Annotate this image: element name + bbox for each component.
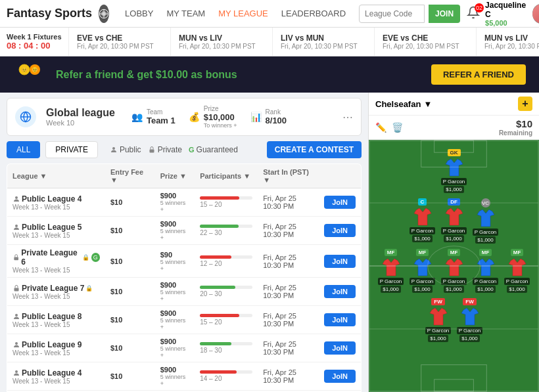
start-date-cell: Fri, Apr 2510:30 PM <box>258 188 319 217</box>
join-button[interactable]: JoIN <box>324 370 356 383</box>
entry-fee-cell: $10 <box>105 278 155 306</box>
team-label: Team <box>147 108 176 116</box>
player-fw-0[interactable]: FW P Garcon $1,000 <box>424 298 453 342</box>
nav-lobby[interactable]: LOBBY <box>125 9 153 18</box>
join-button[interactable]: JoIN <box>324 285 356 298</box>
delete-icon[interactable]: 🗑️ <box>392 122 403 133</box>
pos-label-mf-1: MF <box>416 249 429 256</box>
participants-cell: 18 – 30 <box>195 334 258 362</box>
header-join-button[interactable]: JOIN <box>429 5 460 23</box>
player-mf-3[interactable]: MF P Garcon $1,000 <box>471 249 500 293</box>
player-mf-2[interactable]: MF P Garcon $1,000 <box>440 249 469 293</box>
filter-private-label: Private <box>158 145 182 154</box>
player-name-df-2: P Garcon <box>473 229 499 236</box>
globe-icon[interactable] <box>99 5 109 23</box>
pos-label-df-c: C <box>418 198 427 206</box>
prize-cell: $9005 winners + <box>155 362 195 391</box>
pitch-field: GK P Garcon $1,000 C P Garcon $1,000 <box>369 140 539 392</box>
svg-point-10 <box>15 196 18 199</box>
nav-my-team[interactable]: MY TEAM <box>166 9 205 18</box>
left-panel: Global league Week 10 👥 Team Team 1 💰 Pr… <box>0 93 368 392</box>
player-price-mf-1: $1,000 <box>412 286 432 293</box>
league-name-cell: Private League 6🔒GWeek 13 - Week 15 <box>7 245 105 278</box>
fixture-2[interactable]: LIV vs MUN Fri, Apr 20, 10:30 PM PST <box>273 28 375 56</box>
join-button[interactable]: JoIN <box>324 255 356 268</box>
share-icon[interactable]: ⋯ <box>342 111 353 123</box>
start-date-cell: Fri, Apr 2510:30 PM <box>258 245 319 278</box>
player-fw-1[interactable]: FW P Garcon $1,000 <box>456 298 484 342</box>
join-button[interactable]: JoIN <box>324 313 356 326</box>
join-button[interactable]: JoIN <box>324 224 356 237</box>
participants-cell: 20 – 30 <box>195 278 258 306</box>
action-cell: JoIN <box>319 306 361 334</box>
player-name-mf-1: P Garcon <box>410 278 436 285</box>
league-title: Global league <box>46 107 115 119</box>
prize-label: Prize <box>204 105 237 112</box>
nav-leaderboard[interactable]: LEADERBOARD <box>281 9 346 18</box>
player-name-mf-0: P Garcon <box>378 278 404 285</box>
filter-public[interactable]: Public <box>110 145 141 154</box>
prize-cell: $9005 winners + <box>155 278 195 306</box>
app-logo: Fantasy Sports <box>7 7 92 20</box>
team-stat: 👥 Team Team 1 <box>131 105 176 129</box>
table-row: Private League 6🔒GWeek 13 - Week 15$10$9… <box>7 245 362 278</box>
table-row: Public League 8Week 13 - Week 15$10$9005… <box>7 306 362 334</box>
player-price-fw-0: $1,000 <box>428 335 448 342</box>
league-name-cell: Public League 8Week 13 - Week 15 <box>7 306 105 334</box>
player-gk-0[interactable]: GK P Garcon $1,000 <box>440 149 469 193</box>
refer-friend-button[interactable]: REFER A FRIEND <box>431 64 526 85</box>
col-entry-fee: Entry Fee ▼ <box>105 164 155 188</box>
tab-all[interactable]: ALL <box>7 141 40 158</box>
fixture-3[interactable]: EVE vs CHE Fri, Apr 20, 10:30 PM PST <box>375 28 477 56</box>
action-cell: JoIN <box>319 334 361 362</box>
filter-guaranteed[interactable]: G Guaranteed <box>189 145 238 154</box>
gk-row: GK P Garcon $1,000 <box>371 149 536 193</box>
fixture-4[interactable]: MUN vs LIV Fri, Apr 20, 10:30 PM PST <box>477 28 539 56</box>
nav-my-league[interactable]: MY LEAGUE <box>218 9 268 18</box>
pos-label-mf-3: MF <box>479 249 492 256</box>
svg-text:😊: 😊 <box>32 66 38 73</box>
participants-cell: 14 – 20 <box>195 362 258 391</box>
edit-icon[interactable]: ✏️ <box>375 122 387 133</box>
rank-value: 8/100 <box>266 116 287 125</box>
player-mf-4[interactable]: MF P Garcon $1,000 <box>503 249 532 293</box>
vc-badge: VC <box>481 198 490 207</box>
add-team-button[interactable]: + <box>518 97 532 111</box>
fixture-1[interactable]: MUN vs LIV Fri, Apr 20, 10:30 PM PST <box>171 28 273 56</box>
participants-cell: 15 – 20 <box>195 188 258 217</box>
table-row: Public League 4Week 13 - Week 15$10$9005… <box>7 362 362 391</box>
league-name-cell: Public League 4Week 13 - Week 15 <box>7 362 105 391</box>
team-selector[interactable]: Chelseafan ▼ <box>375 99 432 109</box>
join-button[interactable]: JoIN <box>324 196 356 209</box>
pitch-actions: ✏️ 🗑️ $10 Remaining <box>369 116 539 140</box>
tab-private[interactable]: PRIVATE <box>45 141 98 158</box>
player-price-mf-2: $1,000 <box>444 286 463 293</box>
fixture-teams-0: EVE vs CHE <box>77 33 162 43</box>
banner-text: Refer a friend & get $10.00 as bonus <box>56 69 421 81</box>
player-price-df-0: $1,000 <box>412 235 432 242</box>
player-df-2[interactable]: VC P Garcon $1,000 <box>471 198 500 244</box>
create-contest-button[interactable]: CREATE A CONTEST <box>267 141 362 158</box>
user-profile[interactable]: Jacqueline C $5,000 <box>485 1 539 27</box>
filter-private[interactable]: Private <box>148 145 182 154</box>
pos-label-mf-2: MF <box>448 249 461 256</box>
action-cell: JoIN <box>319 278 361 306</box>
player-name-mf-3: P Garcon <box>473 278 499 285</box>
fixture-date-3: Fri, Apr 20, 10:30 PM PST <box>383 43 468 50</box>
league-stats: 👥 Team Team 1 💰 Prize $10,000 To winners… <box>131 105 287 129</box>
fixture-0[interactable]: EVE vs CHE Fri, Apr 20, 10:30 PM PST <box>69 28 171 56</box>
league-code-area: JOIN <box>359 5 460 23</box>
join-button[interactable]: JoIN <box>324 341 356 355</box>
action-cell: JoIN <box>319 217 361 245</box>
league-code-input[interactable] <box>359 5 425 23</box>
notification-bell[interactable]: 02 <box>467 6 480 21</box>
player-df-0[interactable]: C P Garcon $1,000 <box>408 198 437 244</box>
player-df-1[interactable]: DF P Garcon $1,000 <box>440 198 469 244</box>
banner-amount: $10.00 <box>156 69 188 80</box>
player-name-fw-0: P Garcon <box>425 327 452 334</box>
prize-cell: $9005 winners + <box>155 217 195 245</box>
player-mf-0[interactable]: MF P Garcon $1,000 <box>377 249 406 293</box>
player-mf-1[interactable]: MF P Garcon $1,000 <box>408 249 437 293</box>
rank-icon: 📊 <box>250 112 262 122</box>
prize-icon: 💰 <box>189 112 200 122</box>
